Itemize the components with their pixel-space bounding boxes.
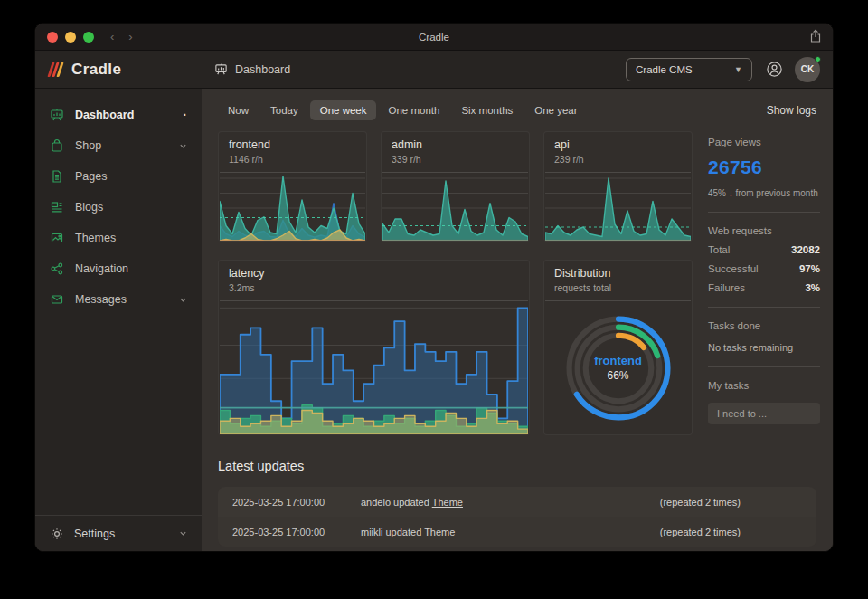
chart-subtitle: 3.2ms <box>229 282 519 293</box>
chart-title: api <box>554 138 682 151</box>
updates-list: 2025-03-25 17:00:00 andelo updated Theme… <box>218 487 816 547</box>
macos-titlebar: ‹ › Cradle <box>35 24 833 51</box>
admin-chart-plot <box>382 172 528 241</box>
divider <box>708 307 820 308</box>
latency-chart-plot <box>220 300 528 434</box>
chart-subtitle: 339 r/h <box>392 154 519 165</box>
brand-logo: Cradle <box>35 51 202 88</box>
update-timestamp: 2025-03-25 17:00:00 <box>232 497 339 508</box>
update-note: (repeated 2 times) <box>660 497 741 508</box>
sidebar-item-label: Blogs <box>75 201 103 214</box>
forward-icon[interactable]: › <box>128 30 132 43</box>
update-note: (repeated 2 times) <box>660 527 741 537</box>
update-row: 2025-03-25 17:00:00 andelo updated Theme… <box>218 487 816 517</box>
admin-requests-chart: admin 339 r/h <box>381 131 530 242</box>
sidebar-item-label: Navigation <box>75 262 128 275</box>
gear-icon <box>50 527 64 541</box>
chevron-down-icon <box>179 142 187 150</box>
chevron-down-icon <box>179 529 187 537</box>
chart-title: admin <box>392 138 519 151</box>
task-input[interactable] <box>708 403 820 424</box>
time-range-tabs: Now Today One week One month Six months … <box>218 100 588 120</box>
back-icon[interactable]: ‹ <box>110 30 114 43</box>
latest-updates-heading: Latest updates <box>218 459 816 473</box>
shop-bag-icon <box>50 138 64 153</box>
person-circle-icon[interactable] <box>766 61 783 78</box>
triple-stripe-logo-icon <box>47 62 63 77</box>
page-views-value: 26756 <box>708 157 820 178</box>
chart-subtitle: 1146 r/h <box>229 154 356 165</box>
show-logs-link[interactable]: Show logs <box>767 104 816 117</box>
sidebar-item-blogs[interactable]: Blogs <box>35 192 202 223</box>
api-requests-chart: api 239 r/h <box>543 131 693 242</box>
sidebar-item-shop[interactable]: Shop <box>35 130 202 161</box>
workspace-select-value: Cradle CMS <box>636 64 693 75</box>
avatar[interactable]: CK <box>795 57 820 82</box>
update-action: miikli updated Theme <box>361 527 455 537</box>
sidebar-item-navigation[interactable]: Navigation <box>35 253 202 284</box>
page-icon <box>50 169 64 184</box>
sidebar-item-pages[interactable]: Pages <box>35 161 202 192</box>
theme-link[interactable]: Theme <box>432 497 463 508</box>
chevron-down-icon <box>179 296 187 304</box>
sidebar-item-label: Pages <box>75 170 107 183</box>
update-action: andelo updated Theme <box>361 497 463 508</box>
breadcrumb-label: Dashboard <box>235 63 290 76</box>
distribution-chart: Distribution requests total frontend 66% <box>543 260 693 435</box>
tab-one-week[interactable]: One week <box>310 100 377 120</box>
close-button[interactable] <box>47 32 58 43</box>
avatar-initials: CK <box>801 64 814 74</box>
workspace-select[interactable]: Cradle CMS ▼ <box>626 58 752 81</box>
online-status-dot <box>815 56 821 62</box>
divider <box>708 212 820 213</box>
active-dot: · <box>183 110 187 119</box>
distribution-donut: frontend 66% <box>545 300 691 434</box>
latency-chart: latency 3.2ms <box>218 260 530 435</box>
image-icon <box>50 231 64 245</box>
tab-six-months[interactable]: Six months <box>451 100 523 120</box>
sidebar-item-dashboard[interactable]: Dashboard · <box>35 100 202 130</box>
app-window: ‹ › Cradle Cradle Dashboard <box>34 23 834 552</box>
stat-row-total: Total 32082 <box>708 244 820 255</box>
chart-title: frontend <box>229 138 356 151</box>
chevron-down-icon: ▼ <box>734 65 742 74</box>
sidebar-item-themes[interactable]: Themes <box>35 223 202 253</box>
web-requests-label: Web requests <box>708 225 820 236</box>
my-tasks-label: My tasks <box>708 380 820 391</box>
page-views-delta: 45% ↓ from previous month <box>708 188 820 198</box>
frontend-requests-chart: frontend 1146 r/h <box>218 131 367 242</box>
sidebar-item-label: Themes <box>75 232 116 244</box>
breadcrumb[interactable]: Dashboard <box>214 62 290 76</box>
api-chart-plot <box>545 172 691 241</box>
zoom-button[interactable] <box>83 32 94 43</box>
stat-row-successful: Successful 97% <box>708 263 820 274</box>
chart-title: Distribution <box>554 267 682 280</box>
app-header: Cradle Dashboard Cradle CMS ▼ CK <box>35 51 833 89</box>
theme-link[interactable]: Theme <box>424 527 455 537</box>
brand-name: Cradle <box>71 61 121 79</box>
traffic-lights <box>47 32 94 43</box>
chart-subtitle: requests total <box>554 282 682 293</box>
tab-now[interactable]: Now <box>218 100 259 120</box>
sidebar-item-label: Dashboard <box>75 109 134 121</box>
page-views-label: Page views <box>708 137 820 147</box>
tab-today[interactable]: Today <box>260 100 308 120</box>
tasks-done-label: Tasks done <box>708 320 820 331</box>
share-nodes-icon <box>50 261 64 276</box>
sidebar-item-label: Messages <box>75 293 127 306</box>
tab-one-year[interactable]: One year <box>524 100 587 120</box>
sidebar-item-label: Settings <box>74 528 115 540</box>
share-icon[interactable] <box>809 29 822 43</box>
tab-one-month[interactable]: One month <box>378 100 449 120</box>
sidebar-item-settings[interactable]: Settings <box>35 515 202 551</box>
update-row: 2025-03-25 17:00:00 miikli updated Theme… <box>218 517 816 547</box>
arrow-down-icon: ↓ <box>729 188 733 198</box>
envelope-icon <box>50 292 64 307</box>
chart-title: latency <box>229 267 519 280</box>
sidebar-item-messages[interactable]: Messages <box>35 284 202 315</box>
minimize-button[interactable] <box>65 32 76 43</box>
chart-subtitle: 239 r/h <box>554 154 682 165</box>
dashboard-icon <box>50 108 64 122</box>
sidebar: Dashboard · Shop <box>35 89 202 551</box>
dashboard-icon <box>214 62 228 76</box>
